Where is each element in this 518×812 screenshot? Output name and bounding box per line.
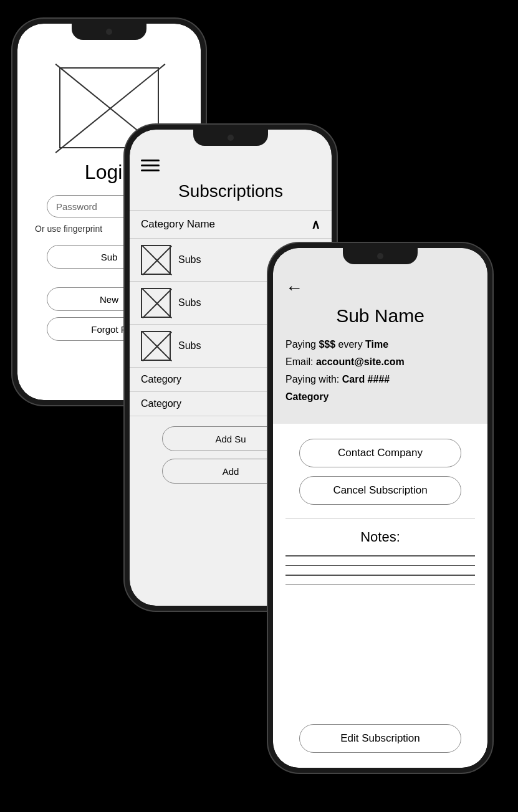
paying-info-row: Paying $$$ every Time xyxy=(285,339,475,350)
camera-2 xyxy=(228,135,234,141)
sub-name-title: Sub Name xyxy=(285,305,475,327)
contact-company-button[interactable]: Contact Company xyxy=(299,439,461,467)
detail-screen: ← Sub Name Paying $$$ every Time Email: … xyxy=(273,248,487,768)
category-row: Category xyxy=(285,391,475,403)
note-line-4 xyxy=(285,585,475,586)
sub-image-placeholder xyxy=(141,331,171,361)
camera-3 xyxy=(377,253,383,259)
notch-2 xyxy=(193,130,268,146)
subscriptions-title: Subscriptions xyxy=(130,176,332,210)
card-value: Card #### xyxy=(342,374,390,385)
notes-lines xyxy=(285,555,475,585)
notch-1 xyxy=(72,24,146,40)
notes-title: Notes: xyxy=(360,529,400,545)
ham-line-3 xyxy=(141,170,160,171)
note-line-2 xyxy=(285,565,475,566)
sub-image-placeholder xyxy=(141,288,171,318)
sub-image-placeholder xyxy=(141,245,171,275)
ham-line-1 xyxy=(141,160,160,161)
email-label: Email: xyxy=(285,356,313,367)
back-button[interactable]: ← xyxy=(285,278,475,298)
sub-item-label: Subs xyxy=(178,297,201,308)
notch-3 xyxy=(343,248,418,264)
email-info-row: Email: account@site.com xyxy=(285,356,475,368)
cancel-subscription-button[interactable]: Cancel Subscription xyxy=(299,476,461,505)
camera-1 xyxy=(106,29,112,35)
note-line-3 xyxy=(285,575,475,576)
detail-bottom: Contact Company Cancel Subscription Note… xyxy=(273,424,487,768)
category-header-row[interactable]: Category Name ∧ xyxy=(130,210,332,239)
detail-header: ← Sub Name Paying $$$ every Time Email: … xyxy=(273,248,487,424)
fingerprint-hint: Or use fingerprint xyxy=(35,224,102,234)
note-line-1 xyxy=(285,555,475,556)
edit-subscription-button[interactable]: Edit Subscription xyxy=(299,724,461,753)
category-value: Category xyxy=(285,391,329,402)
paying-with-label: Paying with: xyxy=(285,374,339,385)
category-name-label: Category Name xyxy=(141,218,215,231)
section-divider xyxy=(285,518,475,519)
sub-item-label: Subs xyxy=(178,340,201,351)
email-value: account@site.com xyxy=(316,356,405,367)
sub-item-label: Subs xyxy=(178,254,201,265)
ham-line-2 xyxy=(141,165,160,166)
phone-detail: ← Sub Name Paying $$$ every Time Email: … xyxy=(268,243,492,773)
paying-with-row: Paying with: Card #### xyxy=(285,374,475,385)
chevron-up-icon: ∧ xyxy=(311,217,320,232)
